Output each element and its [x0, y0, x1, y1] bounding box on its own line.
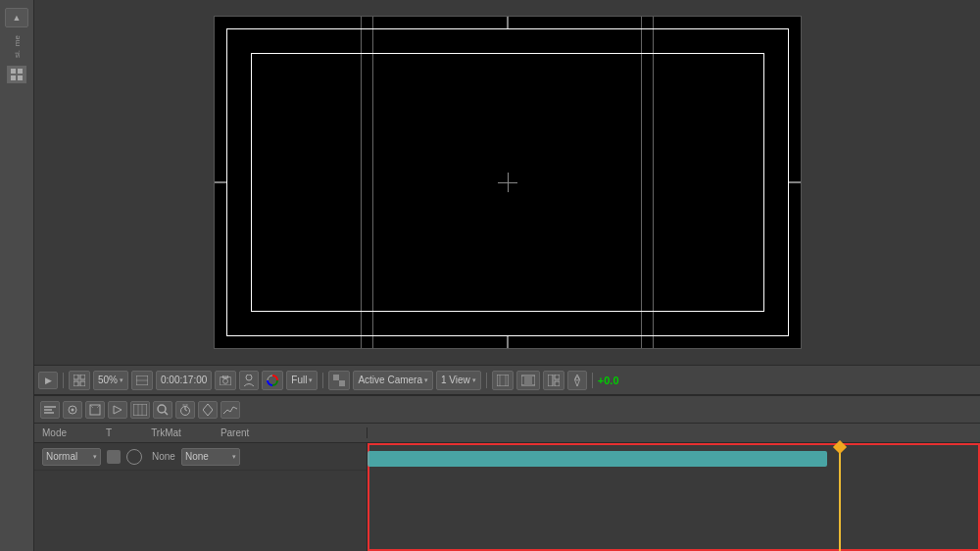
layout-button[interactable]: [543, 371, 564, 390]
svg-rect-1: [18, 69, 23, 74]
sidebar-label-me: me: [13, 35, 22, 46]
sidebar-icon-grid[interactable]: [7, 66, 26, 83]
tl-solo-button[interactable]: [40, 401, 60, 419]
camera-label: Active Camera: [358, 375, 422, 385]
fast-preview-button[interactable]: [492, 371, 514, 390]
grid-toggle-button[interactable]: [69, 371, 90, 390]
svg-rect-23: [524, 376, 532, 385]
svg-rect-25: [555, 375, 560, 379]
tl-3d-button[interactable]: [85, 401, 105, 419]
tick-left: [215, 182, 226, 183]
layer-switch[interactable]: [107, 450, 121, 464]
svg-rect-6: [74, 381, 78, 386]
zoom-label: 50%: [98, 375, 118, 385]
parent-value: None: [185, 451, 209, 462]
tl-stopwatch-button[interactable]: [175, 401, 195, 419]
left-sidebar: ▲ me si.: [0, 0, 34, 551]
quality-dropdown[interactable]: Full ▾: [286, 371, 318, 390]
trim-comp-button[interactable]: [516, 371, 540, 390]
svg-line-43: [185, 410, 187, 411]
col-t-label: T: [106, 427, 112, 438]
tick-right: [789, 182, 801, 183]
sidebar-btn-1[interactable]: ▲: [5, 8, 28, 27]
svg-rect-3: [18, 75, 23, 80]
zoom-chevron: ▾: [120, 376, 123, 384]
svg-rect-4: [74, 375, 78, 379]
svg-rect-24: [548, 375, 553, 386]
parent-dropdown[interactable]: None ▾: [181, 448, 240, 466]
snapshot-button[interactable]: [215, 371, 236, 390]
tl-keyframe-button[interactable]: [198, 401, 218, 419]
timecode-display[interactable]: 0:00:17:00: [156, 371, 212, 390]
camera-dropdown[interactable]: Active Camera ▾: [353, 371, 433, 390]
svg-rect-5: [80, 375, 85, 379]
view-label: 1 View: [441, 375, 470, 385]
svg-rect-16: [339, 380, 345, 386]
col-mode-label: Mode: [42, 427, 67, 438]
timeline-track-area: [368, 443, 980, 551]
viewer-area: [34, 0, 980, 365]
timeline-layer-row: Normal ▾ None None ▾: [34, 443, 367, 471]
pin-button[interactable]: [567, 371, 587, 390]
tick-bottom: [507, 336, 508, 348]
timecode-label: 0:00:17:00: [161, 375, 207, 385]
timeline-toolbar-left: [40, 401, 373, 419]
timeline-toolbar: [34, 396, 980, 424]
col-trkmat-label: TrkMat: [151, 427, 181, 438]
sidebar-label-si: si.: [13, 50, 22, 58]
vguide-right2: [641, 17, 642, 348]
svg-point-27: [575, 376, 578, 379]
svg-rect-19: [497, 375, 509, 386]
svg-point-32: [72, 408, 74, 411]
svg-rect-2: [11, 75, 16, 80]
svg-rect-44: [183, 404, 187, 406]
timeline-body: Normal ▾ None None ▾: [34, 443, 980, 551]
sep-1: [63, 373, 64, 388]
svg-point-11: [223, 378, 228, 383]
resolution-icon-btn[interactable]: [131, 371, 153, 390]
offset-value: +0.0: [598, 375, 619, 386]
camera-chevron: ▾: [424, 376, 428, 384]
sep-4: [592, 373, 593, 388]
view-chevron: ▾: [472, 376, 476, 384]
parent-chevron: ▾: [232, 453, 236, 461]
person-button[interactable]: [239, 371, 259, 390]
svg-rect-36: [133, 404, 147, 416]
mode-dropdown[interactable]: Normal ▾: [42, 448, 101, 466]
tl-graph-button[interactable]: [220, 401, 240, 419]
col-parent-label: Parent: [220, 427, 249, 438]
timeline-track-bar[interactable]: [368, 451, 827, 467]
viewer-canvas: [214, 16, 802, 349]
play-button[interactable]: ▶: [38, 372, 58, 389]
zoom-dropdown[interactable]: 50% ▾: [93, 371, 128, 390]
playhead-diamond: [833, 440, 847, 454]
vguide-right1: [653, 17, 654, 348]
quality-label: Full: [291, 375, 307, 385]
tl-solo-visible-button[interactable]: [63, 401, 82, 419]
view-dropdown[interactable]: 1 View ▾: [436, 371, 481, 390]
tl-search-button[interactable]: [153, 401, 172, 419]
timeline-layer-panel: Normal ▾ None None ▾: [34, 443, 368, 551]
svg-point-39: [158, 405, 166, 413]
svg-rect-26: [555, 381, 560, 386]
svg-line-40: [165, 412, 168, 415]
sep-2: [322, 373, 323, 388]
tl-flow-button[interactable]: [108, 401, 127, 419]
svg-marker-45: [203, 404, 213, 416]
svg-rect-17: [339, 375, 345, 380]
crosshair: [498, 173, 517, 192]
vguide-left1: [361, 17, 362, 348]
transparency-button[interactable]: [328, 371, 350, 390]
parent-label-static: None: [152, 451, 175, 462]
tick-top: [507, 17, 508, 28]
svg-rect-0: [11, 69, 16, 74]
layer-eye-icon[interactable]: [126, 449, 142, 465]
svg-rect-18: [333, 380, 339, 386]
viewer-column: ▶ 50% ▾ 0:00:17:00: [34, 0, 980, 551]
tl-columns-button[interactable]: [130, 401, 150, 419]
svg-rect-7: [80, 381, 85, 386]
quality-chevron: ▾: [309, 376, 313, 384]
color-picker-button[interactable]: [262, 371, 283, 390]
main-area: ▲ me si.: [0, 0, 980, 551]
sep-3: [486, 373, 487, 388]
